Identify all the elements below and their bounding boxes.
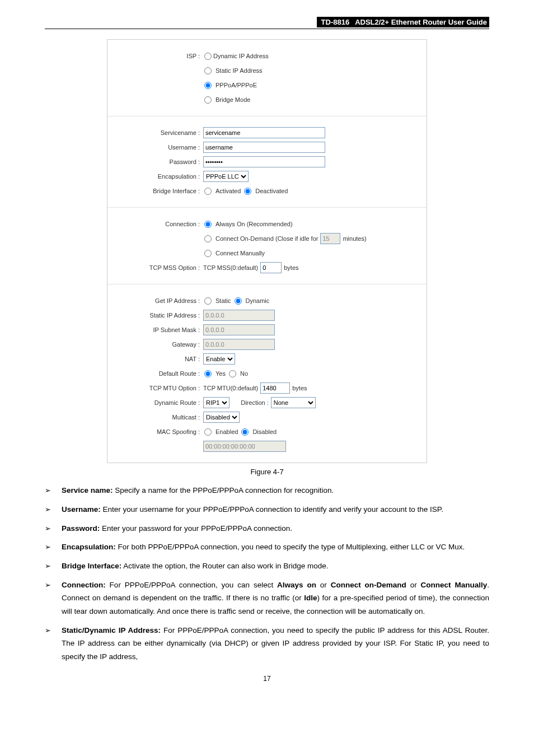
b2-text: Enter your username for your PPPoE/PPPoA…	[101, 505, 443, 514]
subnet-input[interactable]	[203, 324, 275, 335]
conn-manually-radio[interactable]	[204, 250, 212, 257]
page-number: 17	[45, 675, 489, 683]
bridge-deactivated-radio[interactable]	[244, 188, 251, 195]
bridge-deactivated-label: Deactivated	[255, 188, 288, 194]
servicename-label: Servicename :	[113, 129, 203, 136]
getip-static-label: Static	[216, 297, 231, 304]
default-route-no-label: No	[240, 370, 248, 377]
encapsulation-select[interactable]: PPPoE LLC	[203, 171, 249, 182]
page-header: TD-8816 ADSL2/2+ Ethernet Router User Gu…	[45, 17, 489, 29]
tcp-mtu-bytes: bytes	[292, 385, 307, 391]
isp-label: ISP :	[113, 53, 203, 59]
b6-s3: Connect Manually	[421, 581, 488, 589]
nat-label: NAT :	[113, 356, 203, 362]
isp-pppoa-label: PPPoA/PPPoE	[216, 82, 257, 88]
b3-title: Password:	[62, 524, 100, 533]
bullet-icon: ➢	[45, 624, 62, 664]
tcp-mtu-label: TCP MTU Option :	[113, 385, 203, 391]
b6-s2: Connect on-Demand	[331, 581, 406, 589]
b5-title: Bridge Interface:	[62, 562, 121, 570]
mac-disabled-label: Disabled	[252, 428, 277, 435]
b7-title: Static/Dynamic IP Address:	[62, 626, 161, 634]
tcp-mtu-text: TCP MTU(0:default)	[203, 385, 258, 391]
b6-or: or	[316, 581, 331, 589]
default-route-label: Default Route :	[113, 370, 203, 377]
static-ip-input[interactable]	[203, 310, 275, 321]
bullet-icon: ➢	[45, 578, 62, 618]
isp-bridge-radio[interactable]	[204, 96, 212, 104]
mac-enabled-label: Enabled	[216, 428, 238, 435]
getip-dynamic-label: Dynamic	[246, 297, 270, 304]
doc-title: ADSL2/2+ Ethernet Router User Guide	[354, 17, 489, 27]
direction-select[interactable]: None	[271, 397, 316, 408]
bullet-icon: ➢	[45, 522, 62, 535]
description-list: ➢Service name: Specify a name for the PP…	[45, 484, 489, 664]
b1-title: Service name:	[62, 486, 113, 494]
conn-ondemand-pre: Connect On-Demand (Close if idle for	[216, 235, 318, 242]
getip-static-radio[interactable]	[204, 297, 212, 305]
password-label: Password :	[113, 158, 203, 165]
rip-select[interactable]: RIP1	[203, 397, 229, 408]
b4-title: Encapsulation:	[62, 543, 116, 551]
mac-address-input[interactable]	[203, 441, 286, 452]
static-ip-label: Static IP Address :	[113, 312, 203, 319]
mac-spoof-label: MAC Spoofing :	[113, 428, 203, 435]
isp-section: ISP : Dynamic IP Address Static IP Addre…	[107, 40, 427, 116]
b4-text: For both PPPoE/PPPoA connection, you nee…	[116, 543, 465, 551]
isp-dynamic-label: Dynamic IP Address	[213, 53, 269, 59]
multicast-select[interactable]: Disabled	[203, 412, 240, 423]
model-number: TD-8816	[317, 17, 354, 27]
username-label: Username :	[113, 144, 203, 151]
tcp-mss-bytes: bytes	[284, 264, 298, 271]
b5-text: Activate the option, the Router can also…	[121, 562, 328, 570]
config-form-screenshot: ISP : Dynamic IP Address Static IP Addre…	[107, 39, 427, 463]
b6-s1: Always on	[277, 581, 316, 589]
default-route-yes-radio[interactable]	[204, 370, 212, 377]
subnet-label: IP Subnet Mask :	[113, 326, 203, 333]
gateway-input[interactable]	[203, 339, 275, 350]
bullet-icon: ➢	[45, 484, 62, 497]
get-ip-label: Get IP Address :	[113, 297, 203, 304]
mac-enabled-radio[interactable]	[204, 428, 212, 436]
gateway-label: Gateway :	[113, 341, 203, 348]
multicast-label: Multicast :	[113, 414, 203, 421]
tcp-mtu-input[interactable]	[260, 382, 290, 394]
getip-dynamic-radio[interactable]	[235, 297, 242, 305]
mac-disabled-radio[interactable]	[241, 428, 249, 436]
isp-dynamic-radio[interactable]	[204, 53, 212, 60]
bullet-icon: ➢	[45, 559, 62, 573]
encapsulation-label: Encapsulation :	[113, 173, 203, 180]
bridge-activated-radio[interactable]	[204, 188, 212, 195]
default-route-yes-label: Yes	[216, 370, 226, 377]
figure-caption: Figure 4-7	[45, 468, 489, 476]
isp-static-label: Static IP Address	[216, 67, 263, 74]
default-route-no-radio[interactable]	[229, 370, 236, 377]
tcp-mss-input[interactable]	[260, 262, 282, 273]
username-input[interactable]	[203, 142, 325, 153]
conn-ondemand-radio[interactable]	[204, 235, 212, 242]
isp-static-radio[interactable]	[204, 67, 212, 74]
servicename-input[interactable]	[203, 127, 325, 138]
bullet-icon: ➢	[45, 540, 62, 554]
conn-manually-label: Connect Manually	[216, 250, 265, 256]
b2-title: Username:	[62, 505, 101, 514]
ip-section: Get IP Address : Static Dynamic Static I…	[107, 284, 427, 463]
b6-p1: For PPPoE/PPPoA connection, you can sele…	[106, 581, 277, 589]
conn-ondemand-post: minutes)	[343, 235, 366, 242]
conn-always-label: Always On (Recommended)	[216, 221, 293, 227]
password-input[interactable]	[203, 156, 325, 167]
b3-text: Enter your password for your PPPoE/PPPoA…	[100, 524, 292, 533]
bridge-interface-label: Bridge Interface :	[113, 188, 203, 194]
tcp-mss-text: TCP MSS(0:default)	[203, 264, 258, 271]
direction-label: Direction :	[241, 399, 269, 406]
isp-bridge-label: Bridge Mode	[216, 96, 250, 103]
b6-title: Connection:	[62, 581, 106, 589]
service-section: Servicename : Username : Password : Enca…	[107, 116, 427, 208]
conn-always-radio[interactable]	[204, 221, 212, 228]
connection-section: Connection : Always On (Recommended) Con…	[107, 208, 427, 284]
conn-idle-input[interactable]	[320, 233, 340, 244]
isp-pppoa-radio[interactable]	[204, 82, 212, 89]
b6-or2: or	[406, 581, 421, 589]
nat-select[interactable]: Enable	[203, 353, 235, 365]
bullet-icon: ➢	[45, 503, 62, 516]
